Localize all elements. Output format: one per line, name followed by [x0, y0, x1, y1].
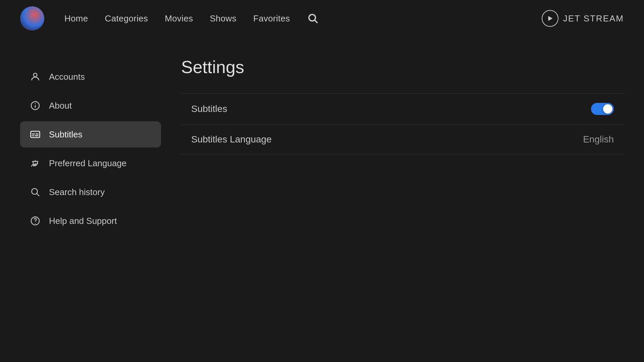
settings-title: Settings [181, 57, 624, 77]
settings-content: Settings Subtitles Subtitles Language En… [181, 50, 624, 349]
svg-line-1 [315, 20, 317, 23]
subtitles-row: Subtitles [181, 93, 624, 125]
info-icon [30, 100, 41, 111]
sidebar-item-subtitles-label: Subtitles [49, 129, 83, 140]
sidebar-item-accounts-label: Accounts [49, 72, 85, 82]
search-history-icon [30, 186, 41, 198]
translate-icon [30, 158, 41, 169]
sidebar-item-help-support-label: Help and Support [49, 216, 117, 226]
svg-marker-2 [548, 16, 552, 21]
person-icon [30, 71, 41, 82]
nav-categories[interactable]: Categories [105, 13, 148, 24]
sidebar-item-preferred-language-label: Preferred Language [49, 158, 126, 169]
subtitles-label: Subtitles [191, 104, 227, 114]
svg-point-13 [32, 188, 37, 194]
toggle-thumb [603, 104, 612, 114]
svg-point-16 [35, 223, 36, 224]
main-content: Accounts About [0, 37, 644, 362]
svg-point-7 [35, 103, 36, 104]
nav-favorites[interactable]: Favorites [253, 13, 290, 24]
nav-movies[interactable]: Movies [165, 13, 193, 24]
svg-rect-8 [31, 131, 40, 138]
sidebar-item-about[interactable]: About [20, 93, 161, 119]
svg-point-3 [34, 73, 37, 77]
sidebar-item-help-support[interactable]: Help and Support [20, 208, 161, 234]
nav-home[interactable]: Home [64, 13, 88, 24]
sidebar-item-search-history-label: Search history [49, 187, 105, 197]
subtitles-toggle[interactable] [591, 103, 614, 115]
subtitles-language-label: Subtitles Language [191, 134, 272, 145]
svg-line-14 [37, 194, 39, 196]
sidebar-item-accounts[interactable]: Accounts [20, 64, 161, 90]
brand-name: JET STREAM [563, 13, 624, 24]
sidebar-item-search-history[interactable]: Search history [20, 179, 161, 205]
avatar[interactable] [20, 6, 44, 31]
brand: JET STREAM [542, 10, 624, 27]
header: Home Categories Movies Shows Favorites J… [0, 0, 644, 37]
main-nav: Home Categories Movies Shows Favorites [64, 12, 542, 24]
sidebar: Accounts About [20, 50, 161, 349]
help-icon [30, 215, 41, 227]
sidebar-item-about-label: About [49, 101, 72, 111]
nav-shows[interactable]: Shows [210, 13, 236, 24]
search-button[interactable] [307, 12, 319, 24]
settings-section: Subtitles Subtitles Language English [181, 93, 624, 155]
sidebar-item-subtitles[interactable]: Subtitles [20, 121, 161, 147]
sidebar-item-preferred-language[interactable]: Preferred Language [20, 150, 161, 176]
svg-point-0 [309, 14, 316, 21]
subtitles-language-value: English [583, 134, 614, 145]
brand-play-icon [542, 10, 558, 27]
subtitles-language-row[interactable]: Subtitles Language English [181, 125, 624, 155]
subtitles-icon [30, 129, 41, 140]
